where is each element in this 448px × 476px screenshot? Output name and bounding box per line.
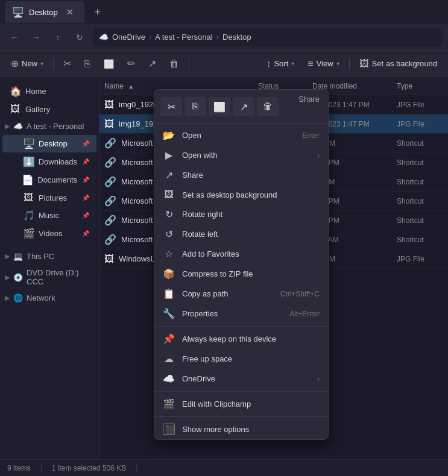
rename-icon: ✏ bbox=[127, 58, 135, 69]
new-button[interactable]: ⊕ New ▾ bbox=[5, 55, 49, 72]
address-path[interactable]: ☁️ OneDrive › A test - Personal › Deskto… bbox=[93, 28, 442, 46]
cm-freeup-label: Free up space bbox=[182, 354, 232, 363]
sidebar-item-documents[interactable]: 📄 Documents 📌 bbox=[2, 171, 96, 189]
path-part1[interactable]: A test - Personal bbox=[155, 33, 212, 42]
properties-shortcut: Alt+Enter bbox=[289, 310, 320, 318]
open-icon: 📂 bbox=[163, 130, 175, 141]
sep-2 bbox=[189, 58, 189, 70]
toolbar: ⊕ New ▾ ✂ ⎘ ⬜ ✏ ↗ 🗑 ↕ Sort ▾ ≡ View ▾ 🖼 bbox=[0, 51, 448, 77]
sidebar-item-gallery[interactable]: 🖼 Gallery bbox=[2, 101, 96, 117]
status-sep-1: | bbox=[40, 464, 42, 472]
back-button[interactable]: ← bbox=[6, 29, 23, 46]
cm-openwith-button[interactable]: ▶ Open with › bbox=[154, 145, 328, 165]
file-type-cell: Shortcut bbox=[392, 139, 448, 148]
cm-cut-button[interactable]: ✂ bbox=[160, 97, 182, 116]
cm-setdesktop-button[interactable]: 🖼 Set as desktop background bbox=[154, 185, 328, 204]
file-type-cell: JPG File bbox=[392, 255, 448, 263]
cm-share-item[interactable]: ↗ Share bbox=[154, 165, 328, 185]
cm-copypath-label: Copy as path bbox=[182, 289, 229, 298]
cm-delete-button[interactable]: 🗑 bbox=[257, 97, 279, 116]
rotateleft-icon: ↺ bbox=[163, 228, 175, 240]
view-icon: ≡ bbox=[308, 58, 313, 69]
cm-clipchamp-label: Edit with Clipchamp bbox=[182, 399, 251, 409]
sidebar-group-network[interactable]: ▶ 🌐 Network bbox=[0, 290, 99, 305]
status-bar: 9 items | 1 item selected 506 KB | bbox=[0, 459, 448, 476]
cm-properties-button[interactable]: 🔧 Properties Alt+Enter bbox=[154, 304, 328, 324]
properties-icon: 🔧 bbox=[163, 308, 175, 319]
cm-share-icon: ↗ bbox=[163, 169, 175, 181]
sidebar-item-videos[interactable]: 🎬 Videos 📌 bbox=[2, 225, 96, 242]
videos-icon: 🎬 bbox=[23, 228, 34, 239]
cm-favorites-button[interactable]: ☆ Add to Favorites bbox=[154, 244, 328, 264]
cm-keepdevice-button[interactable]: 📌 Always keep on this device bbox=[154, 329, 328, 349]
cm-rotateleft-button[interactable]: ↺ Rotate left bbox=[154, 224, 328, 244]
path-sep-1: › bbox=[149, 33, 151, 42]
sidebar-group-label: This PC bbox=[27, 252, 54, 261]
new-icon: ⊕ bbox=[11, 58, 19, 69]
pin-icon: 📌 bbox=[82, 195, 89, 201]
cm-zip-button[interactable]: 📦 Compress to ZIP file bbox=[154, 264, 328, 284]
close-tab-button[interactable]: ✕ bbox=[63, 5, 77, 19]
onedrive-label[interactable]: OneDrive bbox=[112, 33, 145, 42]
forward-button[interactable]: → bbox=[28, 29, 45, 46]
copy-icon: ⎘ bbox=[84, 58, 90, 69]
sort-button[interactable]: ↕ Sort ▾ bbox=[260, 55, 300, 72]
col-header-type[interactable]: Type bbox=[392, 82, 448, 90]
cut-button[interactable]: ✂ bbox=[57, 55, 77, 72]
file-type-cell: Shortcut bbox=[392, 178, 448, 186]
delete-button[interactable]: 🗑 bbox=[163, 55, 185, 72]
cm-share-btn[interactable]: ↗ bbox=[233, 97, 254, 116]
cm-copyto-button[interactable]: ⬜ bbox=[209, 97, 230, 116]
sidebar-group-dvd[interactable]: ▶ 💿 DVD Drive (D:) CCC bbox=[0, 265, 99, 289]
title-bar: 🖥️ Desktop ✕ + bbox=[0, 0, 448, 24]
cm-clipchamp-button[interactable]: 🎬 Edit with Clipchamp bbox=[154, 394, 328, 414]
sep-3 bbox=[349, 58, 350, 70]
new-tab-button[interactable]: + bbox=[89, 4, 106, 20]
cm-copy-button[interactable]: ⎘ bbox=[185, 97, 206, 116]
cm-onedrive-button[interactable]: ☁️ OneDrive › bbox=[154, 369, 328, 389]
set-background-button[interactable]: 🖼 Set as background bbox=[353, 55, 443, 72]
file-type-cell: Shortcut bbox=[392, 236, 448, 244]
delete-icon: 🗑 bbox=[169, 58, 179, 69]
sidebar-item-home[interactable]: 🏠 Home bbox=[2, 83, 96, 100]
sidebar-item-music[interactable]: 🎵 Music 📌 bbox=[2, 207, 96, 224]
pin-icon: 📌 bbox=[82, 212, 89, 219]
tab-label: Desktop bbox=[29, 8, 58, 17]
sort-label: Sort bbox=[274, 59, 288, 68]
sidebar-group-atest[interactable]: ▶ ☁️ A test - Personal bbox=[0, 119, 99, 134]
new-label: New bbox=[22, 59, 37, 68]
up-button[interactable]: ↑ bbox=[49, 29, 66, 46]
sidebar-item-label: Desktop bbox=[39, 139, 68, 148]
cm-freeup-button[interactable]: ☁ Free up space bbox=[154, 349, 328, 369]
view-button[interactable]: ≡ View ▾ bbox=[301, 55, 345, 72]
paste-button[interactable]: ⬜ bbox=[98, 56, 120, 72]
sidebar-item-pictures[interactable]: 🖼 Pictures 📌 bbox=[2, 189, 96, 206]
tab-desktop[interactable]: 🖥️ Desktop ✕ bbox=[5, 1, 84, 23]
share-icon: ↗ bbox=[148, 58, 156, 69]
zip-icon: 📦 bbox=[163, 268, 175, 280]
openwith-arrow-icon: › bbox=[317, 151, 320, 160]
sort-icon: ↕ bbox=[266, 58, 271, 69]
copy-button[interactable]: ⎘ bbox=[78, 55, 96, 72]
sidebar-item-desktop[interactable]: 🖥️ Desktop 📌 bbox=[2, 135, 96, 152]
cm-copypath-button[interactable]: 📋 Copy as path Ctrl+Shift+C bbox=[154, 284, 328, 304]
freeup-icon: ☁ bbox=[163, 353, 175, 365]
cm-moreoptions-button[interactable]: ⬛ Show more options bbox=[154, 419, 328, 439]
cm-rotateright-button[interactable]: ↻ Rotate right bbox=[154, 204, 328, 224]
sidebar-item-label: Gallery bbox=[25, 105, 50, 114]
keepdevice-icon: 📌 bbox=[163, 333, 175, 345]
rename-button[interactable]: ✏ bbox=[121, 55, 141, 72]
cm-properties-label: Properties bbox=[182, 309, 218, 318]
address-bar: ← → ↑ ↻ ☁️ OneDrive › A test - Personal … bbox=[0, 24, 448, 51]
refresh-button[interactable]: ↻ bbox=[71, 29, 88, 46]
status-sep-2: | bbox=[136, 464, 137, 472]
dvd-icon: 💿 bbox=[13, 273, 23, 282]
path-part2[interactable]: Desktop bbox=[222, 33, 251, 42]
sidebar-group-thispc[interactable]: ▶ 💻 This PC bbox=[0, 249, 99, 264]
share-button[interactable]: ↗ bbox=[142, 55, 162, 72]
sidebar-item-downloads[interactable]: ⬇️ Downloads 📌 bbox=[2, 153, 96, 171]
cm-open-button[interactable]: 📂 Open Enter bbox=[154, 125, 328, 145]
pin-icon: 📌 bbox=[82, 177, 89, 183]
expand-arrow-icon: ▶ bbox=[5, 294, 10, 302]
pictures-icon: 🖼 bbox=[23, 192, 34, 203]
